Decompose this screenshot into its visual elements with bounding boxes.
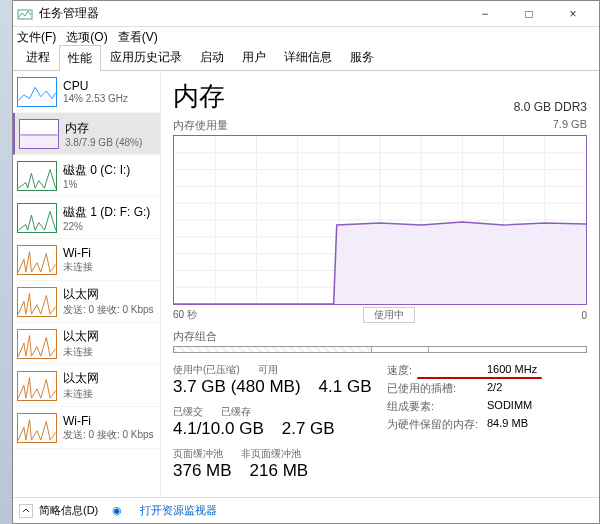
menu-view[interactable]: 查看(V) [118,29,158,46]
sidebar[interactable]: CPU14% 2.53 GHz内存3.8/7.9 GB (48%)磁盘 0 (C… [13,71,161,497]
sidebar-item-name: 磁盘 0 (C: I:) [63,162,130,179]
sidebar-item-sub: 发送: 0 接收: 0 Kbps [63,428,154,442]
stat-value: 2.7 GB [282,419,335,439]
sidebar-item-4[interactable]: Wi-Fi未连接 [13,239,160,281]
kv-val: 84.9 MB [487,417,528,432]
stat-row-1: 已缓交已缓存4.1/10.0 GB2.7 GB [173,405,373,439]
tab-processes[interactable]: 进程 [17,44,59,70]
sidebar-item-sub: 未连接 [63,345,99,359]
sidebar-item-name: CPU [63,79,128,93]
main-panel: 内存 8.0 GB DDR3 内存使用量 7.9 GB [161,71,599,497]
sidebar-item-name: 以太网 [63,328,99,345]
comp-standby [429,347,586,352]
resource-monitor-icon: ◉ [112,504,122,517]
sidebar-item-0[interactable]: CPU14% 2.53 GHz [13,71,160,113]
tab-details[interactable]: 详细信息 [275,44,341,70]
sidebar-item-2[interactable]: 磁盘 0 (C: I:)1% [13,155,160,197]
kv-row-3: 为硬件保留的内存:84.9 MB [387,417,587,432]
stat-row-2: 页面缓冲池非页面缓冲池376 MB216 MB [173,447,373,481]
stat-label: 已缓存 [221,405,251,419]
tab-services[interactable]: 服务 [341,44,383,70]
kv-key: 组成要素: [387,399,487,414]
window-title: 任务管理器 [39,5,463,22]
sidebar-item-sub: 22% [63,221,150,232]
spark-icon [17,329,57,359]
menu-options[interactable]: 选项(O) [66,29,107,46]
sidebar-item-sub: 3.8/7.9 GB (48%) [65,137,142,148]
sidebar-item-7[interactable]: 以太网未连接 [13,365,160,407]
spark-icon [17,77,57,107]
kv-key: 速度: [387,363,487,378]
spark-icon [17,413,57,443]
stat-label: 页面缓冲池 [173,447,223,461]
stats: 使用中(已压缩)可用3.7 GB (480 MB)4.1 GB已缓交已缓存4.1… [173,363,587,489]
stat-value: 4.1 GB [319,377,372,397]
sidebar-item-8[interactable]: Wi-Fi发送: 0 接收: 0 Kbps [13,407,160,449]
graph-x-left: 60 秒 [173,308,197,322]
spark-icon [19,119,59,149]
spark-icon [17,245,57,275]
kv-row-1: 已使用的插槽:2/2 [387,381,587,396]
kv-val: SODIMM [487,399,532,414]
stat-value: 4.1/10.0 GB [173,419,264,439]
kv-row-0: 速度:1600 MHz [387,363,587,378]
spark-icon [17,161,57,191]
sidebar-item-sub: 发送: 0 接收: 0 Kbps [63,303,154,317]
open-resource-monitor-link[interactable]: 打开资源监视器 [140,503,217,518]
sidebar-item-sub: 未连接 [63,260,93,274]
memory-usage-graph [173,135,587,305]
spark-icon [17,203,57,233]
kv-key: 为硬件保留的内存: [387,417,487,432]
graph-x-mid: 使用中 [363,307,415,323]
sidebar-item-1[interactable]: 内存3.8/7.9 GB (48%) [13,113,160,155]
composition-label: 内存组合 [173,329,587,344]
tab-users[interactable]: 用户 [233,44,275,70]
menu-file[interactable]: 文件(F) [17,29,56,46]
stat-row-0: 使用中(已压缩)可用3.7 GB (480 MB)4.1 GB [173,363,373,397]
sidebar-item-6[interactable]: 以太网未连接 [13,323,160,365]
stat-label: 非页面缓冲池 [241,447,301,461]
sidebar-item-sub: 1% [63,179,130,190]
sidebar-item-name: 以太网 [63,286,154,303]
sidebar-item-5[interactable]: 以太网发送: 0 接收: 0 Kbps [13,281,160,323]
tab-performance[interactable]: 性能 [59,45,101,71]
graph-ymax: 7.9 GB [553,118,587,133]
svg-rect-1 [20,134,57,147]
content: CPU14% 2.53 GHz内存3.8/7.9 GB (48%)磁盘 0 (C… [13,71,599,497]
stat-value: 216 MB [250,461,309,481]
titlebar[interactable]: 任务管理器 − □ × [13,1,599,27]
task-manager-window: 任务管理器 − □ × 文件(F) 选项(O) 查看(V) 进程 性能 应用历史… [12,0,600,524]
comp-modified [372,347,430,352]
stat-value: 376 MB [173,461,232,481]
graph-label: 内存使用量 [173,118,228,133]
stat-label: 可用 [258,363,278,377]
sidebar-item-3[interactable]: 磁盘 1 (D: F: G:)22% [13,197,160,239]
page-title: 内存 [173,79,225,114]
footer: 简略信息(D) ◉ 打开资源监视器 [13,497,599,523]
kv-key: 已使用的插槽: [387,381,487,396]
sidebar-item-name: Wi-Fi [63,414,154,428]
desktop-strip [0,0,12,524]
stat-value: 3.7 GB (480 MB) [173,377,301,397]
sidebar-item-sub: 未连接 [63,387,99,401]
stat-label: 使用中(已压缩) [173,363,240,377]
kv-row-2: 组成要素:SODIMM [387,399,587,414]
close-button[interactable]: × [551,1,595,27]
graph-x-right: 0 [581,310,587,321]
fewer-details[interactable]: 简略信息(D) [39,503,98,518]
memory-composition-bar [173,346,587,353]
tab-startup[interactable]: 启动 [191,44,233,70]
svg-rect-0 [18,10,32,19]
maximize-button[interactable]: □ [507,1,551,27]
spark-icon [17,371,57,401]
app-icon [17,6,33,22]
tabbar: 进程 性能 应用历史记录 启动 用户 详细信息 服务 [13,47,599,71]
minimize-button[interactable]: − [463,1,507,27]
tab-app-history[interactable]: 应用历史记录 [101,44,191,70]
comp-in-use [174,347,372,352]
sidebar-item-name: Wi-Fi [63,246,93,260]
sidebar-item-name: 内存 [65,120,142,137]
memory-spec: 8.0 GB DDR3 [514,100,587,114]
sidebar-item-sub: 14% 2.53 GHz [63,93,128,104]
chevron-up-icon[interactable] [19,504,33,518]
